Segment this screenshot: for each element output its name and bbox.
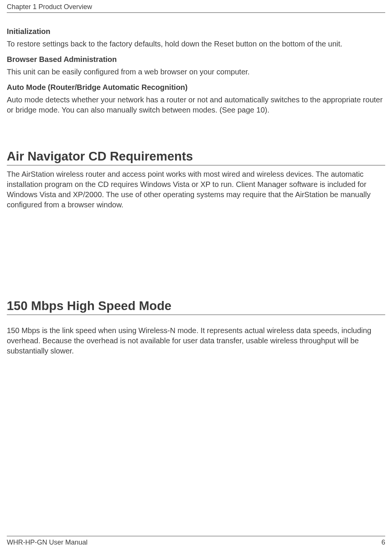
air-navigator-body: The AirStation wireless router and acces… <box>7 169 385 210</box>
speed-mode-heading: 150 Mbps High Speed Mode <box>7 299 385 315</box>
manual-name: WHR-HP-GN User Manual <box>7 539 88 546</box>
section-browser-admin: Browser Based Administration This unit c… <box>7 55 385 77</box>
page-number: 6 <box>381 539 385 546</box>
browser-admin-body: This unit can be easily configured from … <box>7 67 385 77</box>
browser-admin-heading: Browser Based Administration <box>7 55 385 64</box>
auto-mode-heading: Auto Mode (Router/Bridge Automatic Recog… <box>7 83 385 92</box>
page-footer: WHR-HP-GN User Manual 6 <box>7 536 385 546</box>
air-navigator-heading: Air Navigator CD Requirements <box>7 149 385 165</box>
initialization-body: To restore settings back to the factory … <box>7 39 385 49</box>
speed-mode-body: 150 Mbps is the link speed when using Wi… <box>7 326 385 356</box>
section-initialization: Initialization To restore settings back … <box>7 27 385 49</box>
section-auto-mode: Auto Mode (Router/Bridge Automatic Recog… <box>7 83 385 115</box>
chapter-title: Chapter 1 Product Overview <box>7 3 92 11</box>
page-header: Chapter 1 Product Overview <box>7 0 385 13</box>
initialization-heading: Initialization <box>7 27 385 36</box>
auto-mode-body: Auto mode detects whether your network h… <box>7 95 385 115</box>
